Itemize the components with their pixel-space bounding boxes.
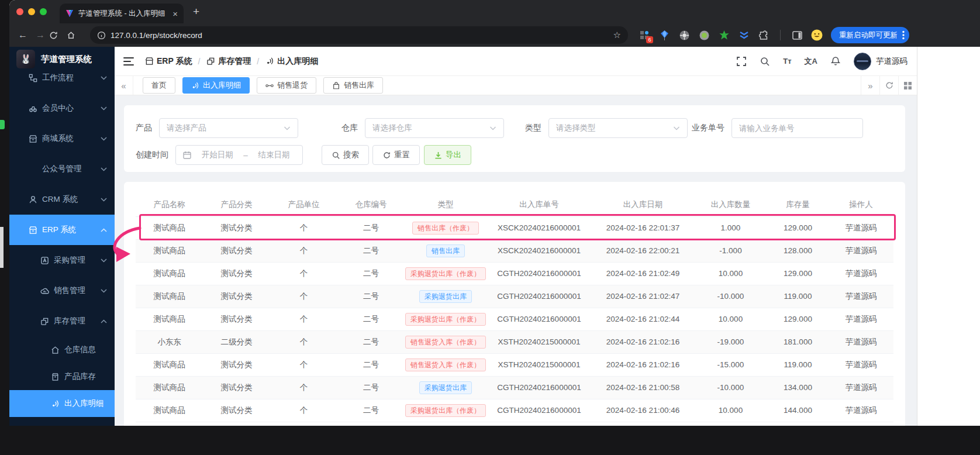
breadcrumb-label: ERP 系统: [157, 56, 192, 67]
warehouse-cell: 二号: [337, 308, 405, 330]
link-icon: [265, 81, 274, 89]
reload-button[interactable]: [49, 31, 67, 40]
quantity-cell: -10.000: [694, 376, 767, 399]
breadcrumb-item-出入库明细[interactable]: 出入库明细: [265, 56, 318, 67]
stock-cell: 129.000: [767, 308, 829, 330]
bizno-input[interactable]: [739, 124, 855, 133]
zoom-window-button[interactable]: [40, 8, 47, 15]
table-row: 测试商品测试分类个二号销售退货入库（作废）XSTH202402150000012…: [136, 353, 893, 376]
close-window-button[interactable]: [16, 8, 23, 15]
sidebar-item-商城系统[interactable]: 商城系统: [9, 123, 115, 154]
date-cell: 2024-02-16 21:02:47: [592, 285, 694, 308]
bag-icon: [332, 81, 340, 89]
warehouse-cell: 二号: [337, 239, 405, 262]
back-button[interactable]: ←: [14, 30, 32, 40]
kebab-menu-icon[interactable]: [902, 30, 905, 40]
page-tabs: 首页出入库明细销售退货销售出库: [143, 77, 861, 94]
favicon: [65, 9, 74, 18]
notification-bell-icon[interactable]: [830, 56, 841, 67]
sidebar-item-采购管理[interactable]: 采购管理: [9, 245, 115, 275]
tabs-refresh-icon[interactable]: [879, 76, 898, 95]
sidebar-item-会员中心[interactable]: 会员中心: [9, 93, 115, 123]
new-tab-button[interactable]: +: [193, 5, 199, 18]
sidebar-item-销售管理[interactable]: 销售管理: [9, 275, 115, 306]
minimize-window-button[interactable]: [28, 8, 35, 15]
sidebar-item-label: 商城系统: [42, 133, 101, 144]
product-name-cell: 测试商品: [136, 262, 203, 285]
reset-button[interactable]: 重置: [372, 145, 420, 165]
site-info-icon[interactable]: [97, 31, 106, 40]
type-badge: 采购退货出库（作废）: [405, 313, 486, 326]
breadcrumb-item-库存管理[interactable]: 库存管理: [206, 56, 251, 67]
sidebar-item-公众号管理[interactable]: 公众号管理: [9, 154, 115, 184]
extension-chevrons-icon[interactable]: [738, 29, 750, 41]
unit-cell: 个: [270, 376, 337, 399]
user-menu[interactable]: 芋道源码: [854, 53, 907, 70]
extension-green-dot-icon[interactable]: [698, 29, 710, 41]
quantity-cell: -15.000: [694, 353, 767, 376]
profile-avatar-icon[interactable]: [811, 29, 823, 41]
tab-close-icon[interactable]: ×: [172, 9, 178, 19]
sidebar-item-产品库存[interactable]: 产品库存: [9, 363, 115, 390]
breadcrumb-item-ERP 系统[interactable]: ERP 系统: [144, 56, 192, 67]
bookmark-star-icon[interactable]: ☆: [613, 30, 621, 40]
mall-icon: [28, 134, 37, 143]
extension-icons: 6: [639, 29, 823, 41]
extensions-puzzle-icon[interactable]: [758, 29, 769, 41]
sidebar-item-label: 库存管理: [54, 316, 101, 326]
crm-user-icon: [28, 195, 37, 204]
sidebar-item-库存管理[interactable]: 库存管理: [9, 306, 115, 336]
refresh-icon: [382, 151, 391, 159]
product-select[interactable]: 请选择产品: [159, 118, 298, 138]
sidebar-item-CRM 系统[interactable]: CRM 系统: [9, 184, 115, 215]
extension-balloon-icon[interactable]: [658, 29, 670, 41]
extension-star-icon[interactable]: [718, 29, 730, 41]
page-tab-销售出库[interactable]: 销售出库: [323, 77, 383, 94]
search-button[interactable]: 搜索: [322, 145, 369, 165]
sidebar-item-label: 会员中心: [42, 103, 101, 113]
date-range-picker[interactable]: 开始日期 – 结束日期: [175, 145, 303, 165]
page-content: 产品 请选择产品 仓库 请选择仓库 类型 请选择类型: [115, 95, 917, 426]
order-no-cell: XSTH20240215000001: [486, 330, 592, 353]
sidebar-item-仓库信息[interactable]: 仓库信息: [9, 336, 115, 363]
calendar-icon: [183, 151, 191, 159]
page-tab-首页[interactable]: 首页: [143, 77, 175, 94]
sidebar-item-出入库明细[interactable]: 出入库明细: [9, 390, 115, 417]
language-icon[interactable]: 文A: [805, 56, 817, 67]
unit-cell: 个: [270, 239, 337, 262]
export-button[interactable]: 导出: [424, 145, 471, 165]
home-button[interactable]: [67, 31, 84, 40]
sidebar-item-ERP 系统[interactable]: ERP 系统: [9, 215, 115, 245]
browser-update-button[interactable]: 重新启动即可更新: [831, 27, 909, 43]
date-cell: 2024-02-16 22:01:37: [592, 216, 694, 239]
fullscreen-icon[interactable]: [736, 56, 747, 67]
font-size-icon[interactable]: Tᴛ: [783, 56, 791, 67]
page-tab-销售退货[interactable]: 销售退货: [257, 77, 316, 94]
extension-grid-icon[interactable]: 6: [639, 29, 650, 41]
warehouse-select[interactable]: 请选择仓库: [365, 118, 504, 138]
forward-button[interactable]: →: [32, 30, 49, 40]
search-icon[interactable]: [760, 56, 770, 67]
stock-cell: 134.000: [767, 376, 829, 399]
side-panel-icon[interactable]: [791, 29, 803, 41]
sidebar-menu: 工作流程会员中心商城系统公众号管理CRM 系统ERP 系统采购管理销售管理库存管…: [9, 63, 115, 417]
warehouse-cell: 二号: [337, 216, 405, 239]
address-bar[interactable]: 127.0.0.1/erp/stock/record ☆: [90, 26, 628, 44]
sidebar-item-label: 仓库信息: [64, 344, 108, 355]
sidebar-item-label: 产品库存: [64, 371, 108, 382]
tabs-scroll-left-icon[interactable]: «: [115, 76, 133, 95]
date-cell: 2024-02-16 21:02:44: [592, 308, 694, 330]
browser-tab[interactable]: 芋道管理系统 - 出入库明细 ×: [60, 4, 184, 23]
stock-cell: 119.000: [767, 353, 829, 376]
operator-cell: 芋道源码: [829, 308, 893, 330]
tabs-scroll-right-icon[interactable]: »: [861, 76, 879, 95]
page-tab-出入库明细[interactable]: 出入库明细: [182, 77, 250, 94]
extension-wheel-icon[interactable]: [678, 29, 690, 41]
collapse-menu-icon[interactable]: [123, 57, 134, 66]
date-cell: 2024-02-16 22:00:21: [592, 239, 694, 262]
product-name-cell: 测试商品: [136, 376, 203, 399]
tabs-layout-grid-icon[interactable]: [898, 76, 917, 95]
quantity-cell: -19.000: [694, 330, 767, 353]
type-select[interactable]: 请选择类型: [548, 118, 688, 138]
product-label: 产品: [136, 123, 152, 133]
